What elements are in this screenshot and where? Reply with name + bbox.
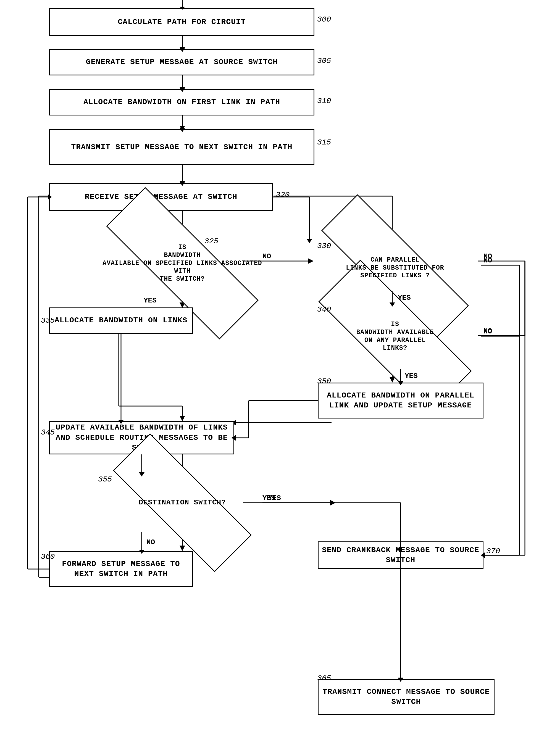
ref-370: 370 xyxy=(486,547,500,555)
svg-text:NO: NO xyxy=(484,327,492,335)
box-365: TRANSMIT CONNECT MESSAGE TO SOURCE SWITC… xyxy=(318,679,495,715)
svg-marker-42 xyxy=(180,546,185,551)
ref-340: 340 xyxy=(317,305,331,314)
ref-300: 300 xyxy=(317,15,331,24)
box-350: ALLOCATE BANDWIDTH ON PARALLEL LINK AND … xyxy=(318,383,484,419)
box-360: FORWARD SETUP MESSAGE TO NEXT SWITCH IN … xyxy=(49,551,193,587)
ref-320: 320 xyxy=(276,191,289,199)
ref-355: 355 xyxy=(98,475,112,484)
svg-text:YES: YES xyxy=(262,494,275,502)
svg-text:NO: NO xyxy=(484,327,492,336)
ref-305: 305 xyxy=(317,57,331,65)
svg-marker-38 xyxy=(180,416,185,421)
ref-365: 365 xyxy=(317,674,331,683)
box-300: CALCULATE PATH FOR CIRCUIT xyxy=(49,8,314,36)
box-310: ALLOCATE BANDWIDTH ON FIRST LINK IN PATH xyxy=(49,89,314,116)
box-315: TRANSMIT SETUP MESSAGE TO NEXT SWITCH IN… xyxy=(49,129,314,165)
ref-350: 350 xyxy=(317,377,331,386)
diamond-325: IS BANDWIDTH AVAILABLE ON SPECIFIED LINK… xyxy=(91,233,274,294)
svg-text:YES: YES xyxy=(144,296,157,305)
ref-315: 315 xyxy=(317,138,331,147)
box-370: SEND CRANKBACK MESSAGE TO SOURCE SWITCH xyxy=(318,542,484,569)
box-335: ALLOCATE BANDWIDTH ON LINKS xyxy=(49,307,193,334)
flowchart: YES NO NO YES YES NO xyxy=(0,0,560,745)
diamond-340: IS BANDWIDTH AVAILABLE ON ANY PARALLEL L… xyxy=(309,304,481,369)
svg-text:NO: NO xyxy=(484,256,492,265)
svg-marker-45 xyxy=(330,500,336,506)
ref-360: 360 xyxy=(41,552,55,561)
svg-text:NO: NO xyxy=(147,538,155,546)
svg-text:YES: YES xyxy=(268,494,281,502)
svg-marker-28 xyxy=(390,377,395,383)
svg-text:NO: NO xyxy=(484,252,492,260)
diamond-355: DESTINATION SWITCH? xyxy=(102,474,262,532)
ref-335: 335 xyxy=(41,316,55,325)
ref-345: 345 xyxy=(41,428,55,437)
ref-310: 310 xyxy=(317,97,331,105)
ref-330: 330 xyxy=(317,242,331,250)
box-305: GENERATE SETUP MESSAGE AT SOURCE SWITCH xyxy=(49,49,314,75)
